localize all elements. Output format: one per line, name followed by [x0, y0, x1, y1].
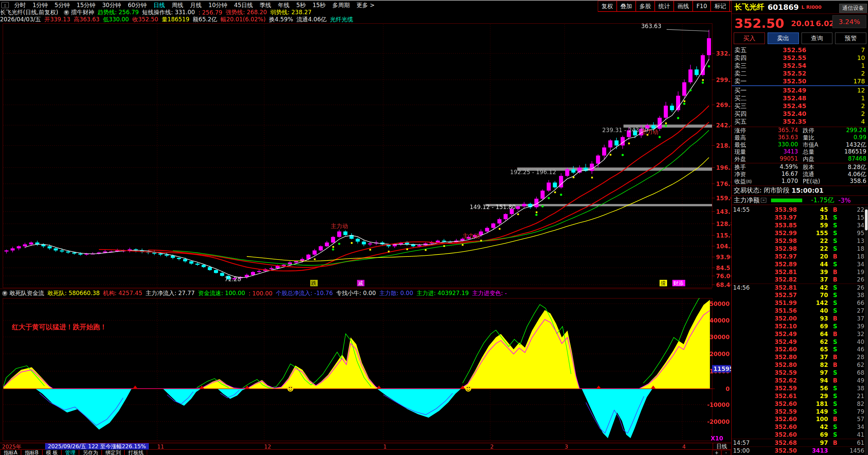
menu-item-13[interactable]: 5秒 [293, 1, 309, 9]
timeline-month-2: 2 [490, 443, 494, 450]
tick-price: 352.62 [753, 377, 797, 384]
flow-value-1: 敢死队: 580660.38 [47, 289, 100, 297]
tick-price: 352.50 [753, 447, 797, 454]
chevron-down-icon[interactable]: ▼ [2, 291, 7, 296]
toolbar-button-2[interactable]: 模 板 [42, 450, 62, 455]
menu-item-2[interactable]: 5分钟 [51, 1, 73, 9]
tick-volume: 100 [797, 416, 828, 422]
tick-side: B [828, 377, 842, 384]
last-price: 352.50 [734, 16, 784, 31]
ohlc-value-8: 换4.59% [269, 16, 293, 23]
menu-item-12[interactable]: 年线 [275, 1, 293, 9]
menu-item-14[interactable]: 15秒 [309, 1, 329, 9]
tool-button-6[interactable]: 标记 [711, 1, 730, 12]
book-row-卖五[interactable]: 卖五352.567 [732, 46, 868, 54]
menu-item-5[interactable]: 60分钟 [124, 1, 150, 9]
menu-item-7[interactable]: 周线 [169, 1, 187, 9]
menu-item-1[interactable]: 1分钟 [29, 1, 51, 9]
timeline-range-highlight[interactable]: 2025/09/26/五 122 至今涨幅226.15% [45, 443, 149, 450]
zoom-out-button[interactable]: - [722, 450, 731, 455]
trading-terminal: ▯ 分时1分钟5分钟15分钟30分钟60分钟日线周线月线10分钟45日线季线年线… [0, 0, 868, 455]
menu-item-4[interactable]: 30分钟 [99, 1, 124, 9]
stat-label: 净资 [732, 170, 746, 178]
book-row-买一[interactable]: 买一352.4912 [732, 86, 868, 94]
menu-item-9[interactable]: 10分钟 [205, 1, 231, 9]
main-price-chart[interactable] [0, 23, 731, 289]
main-net-row: 主力净额 ≡ -1.75亿 -3% [732, 195, 868, 205]
menu-item-3[interactable]: 15分钟 [73, 1, 99, 9]
stat-row-3: 现量3413总量186519 [732, 148, 868, 156]
period-button[interactable]: 日线 [713, 443, 730, 450]
menu-item-6[interactable]: 日线 [150, 1, 169, 9]
tick-row: 352.8237B26 [732, 276, 868, 284]
menu-item-11[interactable]: 季线 [256, 1, 275, 9]
book-level-label: 买三 [732, 102, 755, 110]
toolbar-button-4[interactable]: 另存为 [79, 450, 102, 455]
toolbar-button-0[interactable]: 指标A [0, 450, 21, 455]
tick-price: 352.98 [753, 237, 797, 244]
book-row-买二[interactable]: 买二352.481 [732, 94, 868, 102]
book-row-买四[interactable]: 买四352.402 [732, 110, 868, 118]
tick-side: B [828, 253, 842, 260]
price-row: 352.50 20.01 6.02% 3.24% [732, 14, 868, 30]
book-level-label: 卖二 [732, 69, 755, 78]
tick-volume: 181 [797, 400, 828, 407]
book-row-卖一[interactable]: 卖一352.50178 [732, 77, 868, 85]
tool-button-3[interactable]: 统计 [655, 1, 674, 12]
tool-button-5[interactable]: F10 [693, 1, 711, 12]
book-row-买五[interactable]: 买五352.354 [732, 118, 868, 125]
tick-row: 352.8037B28 [732, 353, 868, 361]
tool-button-4[interactable]: 画线 [674, 1, 693, 12]
ohlc-value-5: 量186519 [162, 16, 190, 23]
book-level-label: 卖三 [732, 62, 755, 70]
alert-button[interactable]: 预警 [835, 33, 866, 44]
money-flow-chart[interactable] [0, 298, 731, 443]
query-button[interactable]: 查询 [802, 33, 833, 44]
chevron-down-icon[interactable]: ▼ [64, 10, 69, 15]
book-row-卖四[interactable]: 卖四352.5510 [732, 54, 868, 62]
menu-item-15[interactable]: 多周期 [329, 1, 353, 9]
toolbar-button-1[interactable]: 指标B [21, 450, 42, 455]
book-row-卖三[interactable]: 卖三352.541 [732, 62, 868, 69]
tick-side: B [828, 315, 842, 322]
tick-side: B [828, 276, 842, 283]
tick-count: 13 [842, 237, 868, 244]
buy-button[interactable]: 买入 [734, 33, 765, 44]
tick-volume: 39 [797, 269, 828, 275]
toolbar-button-6[interactable]: 打板线 [124, 450, 147, 455]
tick-scrollbar[interactable] [865, 207, 868, 455]
tick-count: 95 [842, 230, 868, 236]
tick-row: 352.6069S41 [732, 431, 868, 439]
menu-item-8[interactable]: 月线 [187, 1, 205, 9]
tick-row: 353.9731S15 [732, 214, 868, 222]
main-net-label: 主力净额 [732, 196, 760, 205]
sell-button[interactable]: 卖出 [768, 33, 799, 44]
stat-label: 内盘 [800, 155, 814, 163]
stat-label: 涨停 [732, 127, 746, 135]
tick-count: 37 [842, 315, 868, 322]
menu-item-0[interactable]: 分时 [11, 1, 29, 9]
list-icon[interactable]: ≡ [761, 198, 766, 203]
stat-value: 299.24 [814, 127, 868, 135]
tick-price: 352.60 [753, 431, 797, 438]
toolbar-button-5[interactable]: 绑定到 [102, 450, 124, 455]
book-price: 352.35 [755, 118, 806, 125]
book-row-买三[interactable]: 买三352.452 [732, 102, 868, 110]
trade-status-value: 闭市阶段 [764, 186, 789, 195]
sector-button[interactable]: 通信设备 [839, 4, 867, 13]
menu-item-10[interactable]: 45日线 [231, 1, 256, 9]
tick-side: B [828, 206, 842, 213]
tick-side: S [828, 385, 842, 392]
quote-panel: 长飞光纤 601869 L RI000 通信设备 352.50 20.01 6.… [731, 1, 868, 455]
tick-list[interactable]: 14:55353.9845B22353.9731S15353.8559S3435… [732, 206, 868, 455]
ohlc-value-4: 收352.50 [132, 16, 158, 23]
toolbar-button-3[interactable]: 管理 [61, 450, 79, 455]
stat-label: 现量 [732, 148, 746, 156]
menu-item-16[interactable]: 更多 > [353, 1, 378, 9]
window-icon[interactable]: ▯ [1, 2, 9, 8]
scrollbar-thumb[interactable] [865, 209, 868, 230]
indicator-value-5: 弱势线: 238.27 [270, 8, 312, 16]
zoom-in-button[interactable]: + [712, 450, 721, 455]
book-row-卖二[interactable]: 卖二352.522 [732, 69, 868, 77]
timeline-month-1: 1 [383, 443, 387, 450]
